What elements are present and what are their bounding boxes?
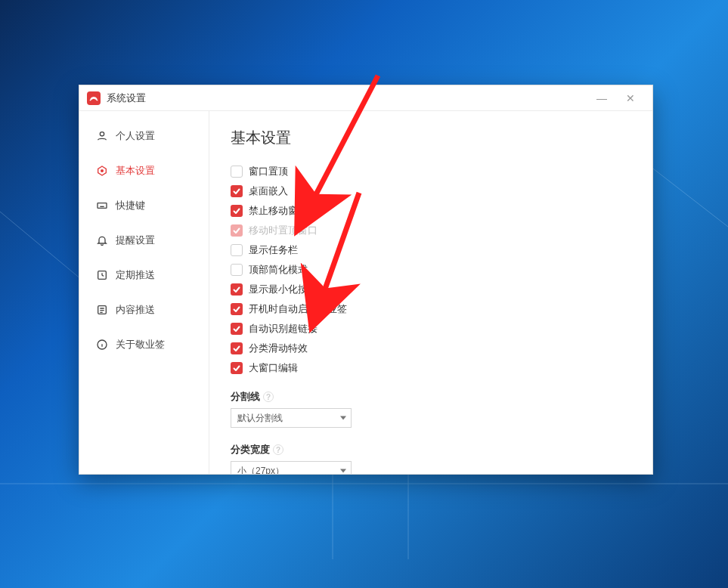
hex-icon [96, 165, 108, 177]
setting-label: 大窗口编辑 [249, 361, 298, 375]
sidebar-item-content[interactable]: 内容推送 [79, 292, 209, 327]
sidebar-item-label: 基本设置 [116, 164, 155, 178]
setting-label: 显示任务栏 [249, 243, 298, 257]
checkbox[interactable] [231, 342, 243, 354]
setting-label: 显示最小化按钮 [249, 283, 318, 296]
sidebar-item-shortcut[interactable]: 快捷键 [79, 188, 209, 223]
setting-row[interactable]: 顶部简化模式 [231, 263, 631, 277]
sidebar-item-reminder[interactable]: 提醒设置 [79, 223, 209, 258]
person-icon [96, 130, 108, 142]
setting-label: 桌面嵌入 [249, 184, 288, 198]
setting-label: 禁止移动窗体 [249, 204, 308, 218]
help-icon[interactable]: ? [263, 391, 274, 402]
checkbox[interactable] [231, 244, 243, 256]
sidebar-item-label: 个人设置 [116, 129, 155, 143]
close-button[interactable]: ✕ [616, 85, 645, 111]
sidebar: 个人设置 基本设置 快捷键 提醒设置 [79, 111, 209, 474]
sidebar-item-label: 关于敬业签 [116, 338, 165, 351]
setting-label: 开机时自动启动敬业签 [249, 302, 347, 316]
width-section-label: 分类宽度 ? [231, 443, 631, 456]
width-combo-value: 小（27px） [237, 465, 284, 475]
chevron-down-icon [340, 469, 346, 473]
info-icon [96, 339, 108, 351]
checkbox[interactable] [231, 205, 243, 217]
app-icon [87, 91, 101, 105]
checkbox[interactable] [231, 224, 243, 237]
sidebar-item-label: 快捷键 [116, 199, 145, 212]
sidebar-item-personal[interactable]: 个人设置 [79, 119, 209, 153]
divider-combo[interactable]: 默认分割线 [231, 408, 352, 428]
svg-rect-8 [98, 203, 107, 209]
settings-window: 系统设置 — ✕ 个人设置 基本设置 快捷键 [79, 85, 653, 475]
checkbox[interactable] [231, 362, 243, 374]
window-title: 系统设置 [107, 91, 146, 105]
setting-row[interactable]: 分类滑动特效 [231, 342, 631, 355]
sidebar-item-about[interactable]: 关于敬业签 [79, 327, 209, 362]
page-title: 基本设置 [231, 128, 631, 148]
setting-label: 移动时置顶窗口 [249, 224, 318, 237]
setting-row[interactable]: 显示任务栏 [231, 243, 631, 257]
checkbox[interactable] [231, 303, 243, 315]
chevron-down-icon [340, 416, 346, 420]
keyboard-icon [96, 200, 108, 212]
setting-row[interactable]: 开机时自动启动敬业签 [231, 302, 631, 316]
doc-box-icon [96, 304, 108, 316]
checkbox[interactable] [231, 264, 243, 276]
sidebar-item-basic[interactable]: 基本设置 [79, 153, 209, 188]
setting-row[interactable]: 移动时置顶窗口 [231, 224, 631, 237]
divider-combo-value: 默认分割线 [237, 412, 283, 425]
sidebar-item-label: 内容推送 [116, 303, 155, 317]
svg-line-3 [0, 212, 91, 287]
divider-section-label: 分割线 ? [231, 390, 631, 404]
setting-label: 自动识别超链接 [249, 322, 318, 336]
setting-label: 分类滑动特效 [249, 342, 308, 355]
sidebar-item-label: 定期推送 [116, 268, 155, 282]
setting-row[interactable]: 窗口置顶 [231, 165, 631, 178]
sidebar-item-schedule[interactable]: 定期推送 [79, 258, 209, 292]
setting-row[interactable]: 大窗口编辑 [231, 361, 631, 375]
bell-icon [96, 234, 108, 246]
content-panel: 基本设置 窗口置顶桌面嵌入禁止移动窗体移动时置顶窗口显示任务栏顶部简化模式显示最… [209, 111, 652, 474]
checkbox[interactable] [231, 283, 243, 296]
setting-label: 顶部简化模式 [249, 263, 308, 277]
setting-row[interactable]: 桌面嵌入 [231, 184, 631, 198]
width-combo[interactable]: 小（27px） [231, 461, 352, 474]
divider-label-text: 分割线 [231, 390, 260, 404]
titlebar[interactable]: 系统设置 — ✕ [79, 85, 652, 111]
setting-row[interactable]: 显示最小化按钮 [231, 283, 631, 296]
setting-label: 窗口置顶 [249, 165, 288, 178]
svg-point-5 [100, 132, 104, 136]
checkbox[interactable] [231, 166, 243, 178]
sidebar-item-label: 提醒设置 [116, 234, 155, 247]
checkbox[interactable] [231, 323, 243, 335]
svg-line-4 [650, 166, 728, 227]
width-label-text: 分类宽度 [231, 443, 270, 456]
minimize-button[interactable]: — [587, 85, 616, 111]
svg-point-7 [101, 170, 104, 172]
setting-row[interactable]: 自动识别超链接 [231, 322, 631, 336]
help-icon[interactable]: ? [273, 444, 283, 455]
clock-box-icon [96, 269, 108, 281]
setting-row[interactable]: 禁止移动窗体 [231, 204, 631, 218]
checkbox[interactable] [231, 185, 243, 197]
